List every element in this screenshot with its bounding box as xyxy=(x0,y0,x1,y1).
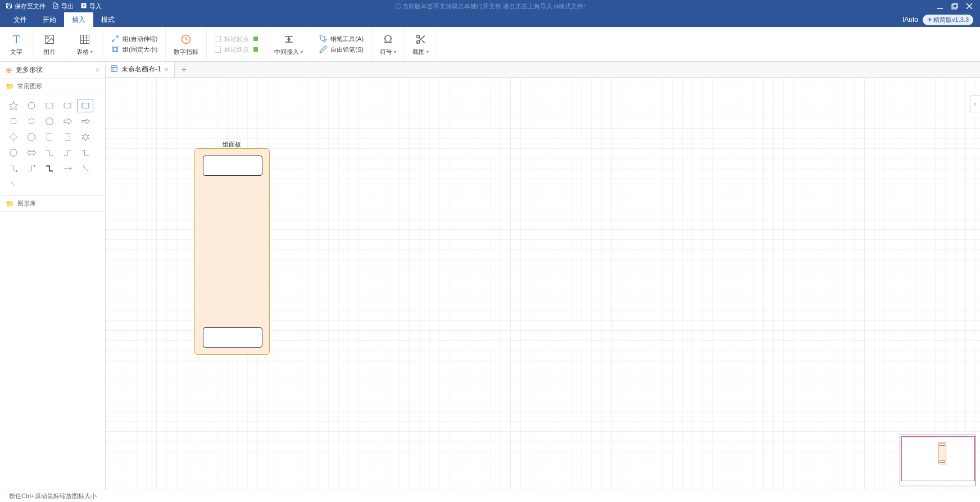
window-close-icon[interactable] xyxy=(965,2,973,10)
ribbon-crop[interactable]: 截图 ▾ xyxy=(405,27,437,61)
shape-connector-arrow2[interactable] xyxy=(24,162,39,175)
close-icon[interactable]: × xyxy=(96,66,99,74)
shape-library-section[interactable]: 📁 图形库 xyxy=(0,195,105,212)
svg-marker-41 xyxy=(10,133,17,141)
shape-arrow-outline[interactable] xyxy=(60,115,75,128)
import-icon xyxy=(80,2,87,10)
shape-open-bracket[interactable] xyxy=(42,130,57,144)
svg-marker-42 xyxy=(28,134,35,140)
svg-marker-45 xyxy=(28,150,36,156)
ribbon-image[interactable]: 图片 xyxy=(33,27,66,61)
shape-double-arrow[interactable] xyxy=(24,146,39,159)
ribbon-group-auto[interactable]: 组(自动伸缩) xyxy=(111,35,157,43)
canvas-icon xyxy=(110,65,118,74)
shape-square[interactable] xyxy=(6,115,21,128)
window-minimize-icon[interactable] xyxy=(936,2,944,10)
info-icon: ⓘ xyxy=(395,2,401,11)
chevron-down-icon: ▾ xyxy=(427,49,429,54)
group-panel-title: 组面板 xyxy=(215,140,248,149)
ribbon-mid-insert[interactable]: 中间接入 ▾ xyxy=(266,27,311,61)
save-to-file-button[interactable]: 保存至文件 xyxy=(6,2,46,11)
svg-rect-52 xyxy=(111,66,117,72)
shape-connector-arrow1[interactable] xyxy=(6,162,21,175)
end-marker-icon xyxy=(253,47,258,52)
shape-rect[interactable] xyxy=(42,99,57,112)
svg-line-29 xyxy=(422,40,425,43)
shape-grid xyxy=(0,94,105,195)
shape-pentagon[interactable] xyxy=(6,146,21,159)
shape-diag-line[interactable] xyxy=(78,162,93,175)
export-button[interactable]: 导出 xyxy=(52,2,74,11)
svg-point-32 xyxy=(28,102,35,109)
shape-connector-l[interactable] xyxy=(42,146,57,159)
svg-marker-49 xyxy=(70,167,72,170)
omega-icon: Ω xyxy=(384,32,392,47)
ribbon-mark-end[interactable]: 标记终点 xyxy=(215,45,258,54)
minimap[interactable] xyxy=(900,435,976,486)
close-icon[interactable]: × xyxy=(165,66,169,74)
shape-star[interactable] xyxy=(6,99,21,112)
shape-connector-step[interactable] xyxy=(78,146,93,159)
shape-connector-thick[interactable] xyxy=(42,162,57,175)
import-button[interactable]: 导入 xyxy=(80,2,102,11)
svg-rect-16 xyxy=(114,48,117,51)
pencil-icon xyxy=(319,45,327,53)
shape-close-bracket[interactable] xyxy=(60,130,75,144)
shape-rounded-rect[interactable] xyxy=(60,99,75,112)
menu-mode[interactable]: 模式 xyxy=(93,12,122,27)
brand-label: IAuto xyxy=(902,16,918,24)
ribbon-symbol[interactable]: Ω 符号 ▾ xyxy=(372,27,405,61)
checkbox-icon xyxy=(215,47,221,53)
svg-marker-43 xyxy=(82,133,89,141)
shape-connector-z[interactable] xyxy=(60,146,75,159)
shape-hexagon[interactable] xyxy=(24,130,39,144)
canvas[interactable]: 组面板 xyxy=(106,77,980,490)
shape-rounded-square[interactable] xyxy=(24,115,39,128)
svg-marker-44 xyxy=(10,149,17,156)
shape-diamond[interactable] xyxy=(6,130,21,144)
ribbon-digit-indicator[interactable]: 数字指标 xyxy=(166,27,207,61)
ribbon-free-pencil[interactable]: 自由铅笔(S) xyxy=(319,45,364,54)
menu-file[interactable]: 文件 xyxy=(6,12,35,27)
svg-point-27 xyxy=(416,41,419,44)
chevron-down-icon: ▾ xyxy=(394,49,396,54)
mid-insert-icon xyxy=(283,32,295,47)
svg-rect-36 xyxy=(11,119,16,124)
menu-start[interactable]: 开始 xyxy=(35,12,64,27)
svg-rect-3 xyxy=(953,3,958,8)
title-warning: ⓘ 当前版本暂不支持双击单独打开文件,请点击左上角导入.ia格式文件! xyxy=(395,2,586,11)
svg-rect-33 xyxy=(46,103,53,108)
shape-short-diag[interactable] xyxy=(6,177,21,191)
shape-arrow-thin[interactable] xyxy=(78,115,93,128)
menu-insert[interactable]: 插入 xyxy=(64,12,93,27)
shape-octagon[interactable] xyxy=(42,115,57,128)
ribbon-group-fixed[interactable]: 组(固定大小) xyxy=(111,45,157,54)
group-panel-inner-bottom[interactable] xyxy=(203,327,262,348)
document-tab[interactable]: 未命名画布-1 × xyxy=(106,62,175,77)
send-icon: ✈ xyxy=(927,16,932,24)
svg-point-25 xyxy=(288,38,289,40)
svg-rect-4 xyxy=(952,4,956,9)
right-panel-toggle[interactable]: ‹ xyxy=(970,95,980,112)
minimap-shape xyxy=(938,442,946,464)
svg-line-14 xyxy=(116,36,118,38)
window-restore-icon[interactable] xyxy=(951,2,959,10)
shape-circle[interactable] xyxy=(24,99,39,112)
shape-6star[interactable] xyxy=(78,130,93,144)
svg-line-30 xyxy=(419,38,420,39)
more-shapes-header[interactable]: ⊕ 更多形状 × xyxy=(0,62,105,79)
group-panel-shape[interactable] xyxy=(194,148,270,355)
svg-marker-31 xyxy=(10,102,18,110)
version-badge[interactable]: ✈ 精简版v1.3.3 xyxy=(923,15,973,25)
shape-rect-blue[interactable] xyxy=(78,99,93,112)
tab-title: 未命名画布-1 xyxy=(121,65,161,74)
group-panel-inner-top[interactable] xyxy=(203,156,262,176)
ribbon-pen-tool[interactable]: 钢笔工具(A) xyxy=(319,35,364,43)
ribbon-table[interactable]: 表格 ▾ xyxy=(66,27,103,61)
svg-rect-37 xyxy=(29,119,34,124)
ribbon-text[interactable]: T 文字 xyxy=(0,27,33,61)
ribbon-mark-start[interactable]: 标记起点 xyxy=(215,35,258,43)
shape-line-arrow[interactable] xyxy=(60,162,75,175)
common-shapes-section[interactable]: 📁 常用图形 xyxy=(0,79,105,94)
add-tab-button[interactable]: + xyxy=(175,65,193,75)
